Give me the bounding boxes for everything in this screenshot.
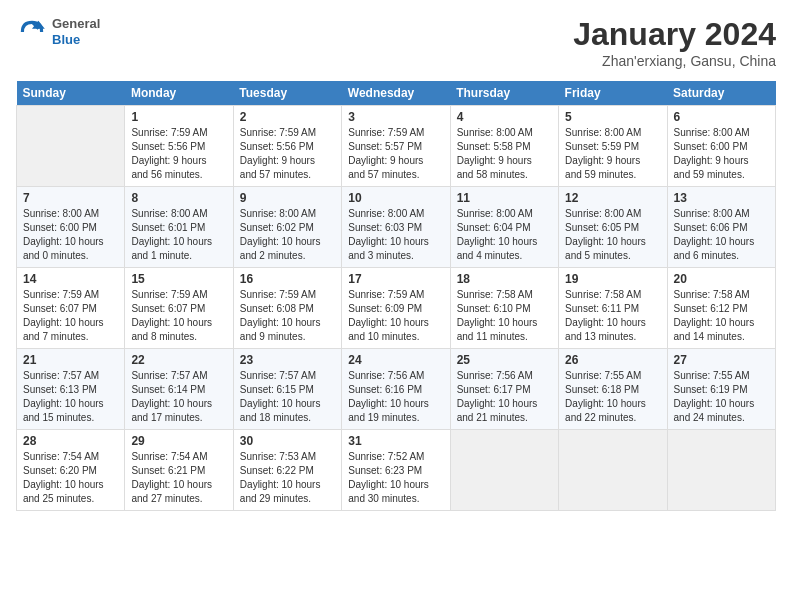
day-cell: 25Sunrise: 7:56 AMSunset: 6:17 PMDayligh… (450, 349, 558, 430)
day-cell: 11Sunrise: 8:00 AMSunset: 6:04 PMDayligh… (450, 187, 558, 268)
day-cell: 15Sunrise: 7:59 AMSunset: 6:07 PMDayligh… (125, 268, 233, 349)
logo-blue: Blue (52, 32, 100, 48)
week-row-3: 14Sunrise: 7:59 AMSunset: 6:07 PMDayligh… (17, 268, 776, 349)
day-info: Sunrise: 8:00 AMSunset: 6:02 PMDaylight:… (240, 207, 335, 263)
day-cell (559, 430, 667, 511)
day-number: 8 (131, 191, 226, 205)
day-number: 9 (240, 191, 335, 205)
day-info: Sunrise: 8:00 AMSunset: 6:00 PMDaylight:… (23, 207, 118, 263)
day-info: Sunrise: 7:59 AMSunset: 5:56 PMDaylight:… (131, 126, 226, 182)
day-info: Sunrise: 7:59 AMSunset: 6:07 PMDaylight:… (23, 288, 118, 344)
day-info: Sunrise: 7:58 AMSunset: 6:11 PMDaylight:… (565, 288, 660, 344)
day-cell: 3Sunrise: 7:59 AMSunset: 5:57 PMDaylight… (342, 106, 450, 187)
day-number: 20 (674, 272, 769, 286)
day-cell: 22Sunrise: 7:57 AMSunset: 6:14 PMDayligh… (125, 349, 233, 430)
day-number: 18 (457, 272, 552, 286)
day-cell: 23Sunrise: 7:57 AMSunset: 6:15 PMDayligh… (233, 349, 341, 430)
day-cell: 8Sunrise: 8:00 AMSunset: 6:01 PMDaylight… (125, 187, 233, 268)
logo-icon (16, 16, 48, 48)
day-number: 26 (565, 353, 660, 367)
day-cell (450, 430, 558, 511)
day-cell: 18Sunrise: 7:58 AMSunset: 6:10 PMDayligh… (450, 268, 558, 349)
day-cell: 1Sunrise: 7:59 AMSunset: 5:56 PMDaylight… (125, 106, 233, 187)
day-info: Sunrise: 7:58 AMSunset: 6:12 PMDaylight:… (674, 288, 769, 344)
day-info: Sunrise: 7:59 AMSunset: 5:57 PMDaylight:… (348, 126, 443, 182)
header-tuesday: Tuesday (233, 81, 341, 106)
header-saturday: Saturday (667, 81, 775, 106)
day-number: 7 (23, 191, 118, 205)
week-row-2: 7Sunrise: 8:00 AMSunset: 6:00 PMDaylight… (17, 187, 776, 268)
week-row-5: 28Sunrise: 7:54 AMSunset: 6:20 PMDayligh… (17, 430, 776, 511)
day-number: 17 (348, 272, 443, 286)
page-header: General Blue January 2024 Zhan'erxiang, … (16, 16, 776, 69)
day-info: Sunrise: 7:59 AMSunset: 6:09 PMDaylight:… (348, 288, 443, 344)
day-cell: 10Sunrise: 8:00 AMSunset: 6:03 PMDayligh… (342, 187, 450, 268)
day-info: Sunrise: 8:00 AMSunset: 5:58 PMDaylight:… (457, 126, 552, 182)
day-number: 29 (131, 434, 226, 448)
day-info: Sunrise: 8:00 AMSunset: 6:01 PMDaylight:… (131, 207, 226, 263)
day-info: Sunrise: 7:52 AMSunset: 6:23 PMDaylight:… (348, 450, 443, 506)
day-number: 13 (674, 191, 769, 205)
logo-text: General Blue (52, 16, 100, 47)
day-cell: 16Sunrise: 7:59 AMSunset: 6:08 PMDayligh… (233, 268, 341, 349)
day-number: 5 (565, 110, 660, 124)
day-info: Sunrise: 8:00 AMSunset: 6:00 PMDaylight:… (674, 126, 769, 182)
day-info: Sunrise: 7:57 AMSunset: 6:13 PMDaylight:… (23, 369, 118, 425)
calendar: SundayMondayTuesdayWednesdayThursdayFrid… (16, 81, 776, 511)
day-info: Sunrise: 7:56 AMSunset: 6:16 PMDaylight:… (348, 369, 443, 425)
day-info: Sunrise: 8:00 AMSunset: 6:05 PMDaylight:… (565, 207, 660, 263)
day-info: Sunrise: 8:00 AMSunset: 6:04 PMDaylight:… (457, 207, 552, 263)
day-number: 23 (240, 353, 335, 367)
day-cell: 7Sunrise: 8:00 AMSunset: 6:00 PMDaylight… (17, 187, 125, 268)
day-info: Sunrise: 7:55 AMSunset: 6:19 PMDaylight:… (674, 369, 769, 425)
day-cell: 28Sunrise: 7:54 AMSunset: 6:20 PMDayligh… (17, 430, 125, 511)
day-cell: 5Sunrise: 8:00 AMSunset: 5:59 PMDaylight… (559, 106, 667, 187)
week-row-1: 1Sunrise: 7:59 AMSunset: 5:56 PMDaylight… (17, 106, 776, 187)
month-title: January 2024 (573, 16, 776, 53)
day-number: 22 (131, 353, 226, 367)
logo-general: General (52, 16, 100, 32)
day-number: 14 (23, 272, 118, 286)
day-cell: 2Sunrise: 7:59 AMSunset: 5:56 PMDaylight… (233, 106, 341, 187)
day-cell: 9Sunrise: 8:00 AMSunset: 6:02 PMDaylight… (233, 187, 341, 268)
day-info: Sunrise: 7:58 AMSunset: 6:10 PMDaylight:… (457, 288, 552, 344)
day-cell: 26Sunrise: 7:55 AMSunset: 6:18 PMDayligh… (559, 349, 667, 430)
day-info: Sunrise: 8:00 AMSunset: 5:59 PMDaylight:… (565, 126, 660, 182)
day-info: Sunrise: 7:59 AMSunset: 6:08 PMDaylight:… (240, 288, 335, 344)
day-info: Sunrise: 7:56 AMSunset: 6:17 PMDaylight:… (457, 369, 552, 425)
logo: General Blue (16, 16, 100, 48)
day-number: 1 (131, 110, 226, 124)
day-info: Sunrise: 8:00 AMSunset: 6:06 PMDaylight:… (674, 207, 769, 263)
day-number: 25 (457, 353, 552, 367)
day-cell: 6Sunrise: 8:00 AMSunset: 6:00 PMDaylight… (667, 106, 775, 187)
day-number: 30 (240, 434, 335, 448)
day-number: 16 (240, 272, 335, 286)
day-number: 19 (565, 272, 660, 286)
day-cell (17, 106, 125, 187)
day-number: 3 (348, 110, 443, 124)
calendar-header-row: SundayMondayTuesdayWednesdayThursdayFrid… (17, 81, 776, 106)
header-monday: Monday (125, 81, 233, 106)
location: Zhan'erxiang, Gansu, China (573, 53, 776, 69)
day-number: 15 (131, 272, 226, 286)
day-cell: 14Sunrise: 7:59 AMSunset: 6:07 PMDayligh… (17, 268, 125, 349)
day-number: 2 (240, 110, 335, 124)
day-info: Sunrise: 7:54 AMSunset: 6:21 PMDaylight:… (131, 450, 226, 506)
day-info: Sunrise: 7:55 AMSunset: 6:18 PMDaylight:… (565, 369, 660, 425)
day-cell: 20Sunrise: 7:58 AMSunset: 6:12 PMDayligh… (667, 268, 775, 349)
day-info: Sunrise: 7:53 AMSunset: 6:22 PMDaylight:… (240, 450, 335, 506)
day-cell: 12Sunrise: 8:00 AMSunset: 6:05 PMDayligh… (559, 187, 667, 268)
week-row-4: 21Sunrise: 7:57 AMSunset: 6:13 PMDayligh… (17, 349, 776, 430)
day-number: 24 (348, 353, 443, 367)
day-info: Sunrise: 8:00 AMSunset: 6:03 PMDaylight:… (348, 207, 443, 263)
day-cell: 30Sunrise: 7:53 AMSunset: 6:22 PMDayligh… (233, 430, 341, 511)
day-number: 6 (674, 110, 769, 124)
day-info: Sunrise: 7:57 AMSunset: 6:15 PMDaylight:… (240, 369, 335, 425)
day-cell: 31Sunrise: 7:52 AMSunset: 6:23 PMDayligh… (342, 430, 450, 511)
day-cell: 4Sunrise: 8:00 AMSunset: 5:58 PMDaylight… (450, 106, 558, 187)
day-number: 27 (674, 353, 769, 367)
header-thursday: Thursday (450, 81, 558, 106)
title-block: January 2024 Zhan'erxiang, Gansu, China (573, 16, 776, 69)
day-cell: 13Sunrise: 8:00 AMSunset: 6:06 PMDayligh… (667, 187, 775, 268)
day-cell: 24Sunrise: 7:56 AMSunset: 6:16 PMDayligh… (342, 349, 450, 430)
